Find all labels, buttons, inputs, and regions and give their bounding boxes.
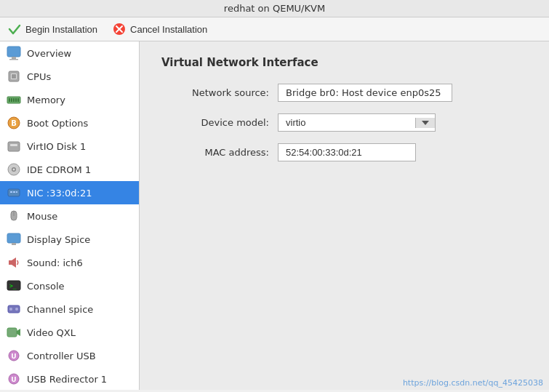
svg-rect-13 <box>15 98 17 102</box>
svg-rect-14 <box>17 98 19 102</box>
toolbar: Begin Installation Cancel Installation <box>0 17 549 41</box>
sidebar-item-display-spice[interactable]: Display Spice <box>0 228 139 251</box>
content-title: Virtual Network Interface <box>161 56 527 69</box>
svg-rect-17 <box>8 142 20 151</box>
svg-rect-36 <box>7 328 17 337</box>
svg-rect-28 <box>7 233 20 243</box>
sidebar-label-console: Console <box>27 281 65 292</box>
network-source-row: Network source: Bridge br0: Host device … <box>161 84 527 102</box>
content-area: Virtual Network Interface Network source… <box>140 41 549 390</box>
svg-point-35 <box>15 308 18 311</box>
svg-text:U: U <box>11 353 16 360</box>
mac-address-label: MAC address: <box>161 147 278 158</box>
video-icon <box>6 324 22 340</box>
cancel-icon <box>112 22 127 36</box>
sidebar-item-controller-usb[interactable]: UController USB <box>0 344 139 367</box>
cdrom-icon <box>6 161 22 177</box>
sidebar-label-mouse: Mouse <box>27 211 57 222</box>
sound-icon <box>6 255 22 271</box>
svg-text:B: B <box>11 119 17 127</box>
device-model-dropdown[interactable] <box>278 113 436 132</box>
sidebar-item-boot-options[interactable]: BBoot Options <box>0 111 139 135</box>
begin-install-label: Begin Installation <box>25 24 97 35</box>
svg-rect-11 <box>11 98 12 102</box>
watermark: https://blog.csdn.net/qq_45425038 <box>403 378 543 388</box>
svg-rect-10 <box>9 98 10 102</box>
svg-rect-24 <box>13 191 15 193</box>
console-icon: >_ <box>6 278 22 294</box>
sidebar-item-ide-cdrom[interactable]: IDE CDROM 1 <box>0 158 139 181</box>
begin-installation-button[interactable]: Begin Installation <box>7 22 97 36</box>
svg-rect-3 <box>7 47 20 57</box>
cancel-installation-button[interactable]: Cancel Installation <box>112 22 207 36</box>
usb-icon: U <box>6 348 22 364</box>
sidebar-item-virtio-disk[interactable]: VirtIO Disk 1 <box>0 135 139 158</box>
sidebar-item-mouse[interactable]: Mouse <box>0 204 139 228</box>
usb-icon: U <box>6 371 22 387</box>
sidebar-label-video-qxl: Video QXL <box>27 327 76 338</box>
device-model-label: Device model: <box>161 117 278 128</box>
boot-icon: B <box>6 115 22 131</box>
sidebar: OverviewCPUsMemoryBBoot OptionsVirtIO Di… <box>0 41 140 390</box>
title-bar: redhat on QEMU/KVM <box>0 0 549 17</box>
mac-address-input[interactable] <box>278 143 416 161</box>
svg-text:U: U <box>11 376 16 383</box>
svg-rect-4 <box>12 57 16 59</box>
sidebar-label-nic: NIC :33:0d:21 <box>27 188 92 199</box>
svg-rect-5 <box>9 59 18 60</box>
device-model-row: Device model: <box>161 113 527 132</box>
sidebar-label-memory: Memory <box>27 95 65 105</box>
sidebar-item-memory[interactable]: Memory <box>0 88 139 111</box>
nic-icon <box>6 185 22 201</box>
svg-rect-8 <box>12 74 16 79</box>
network-source-value: Bridge br0: Host device enp0s25 <box>278 84 452 102</box>
disk-icon <box>6 138 22 154</box>
svg-text:>_: >_ <box>9 283 17 289</box>
cancel-install-label: Cancel Installation <box>130 24 207 35</box>
sidebar-item-usb-redirector-1[interactable]: UUSB Redirector 1 <box>0 367 139 390</box>
cpu-icon <box>6 68 22 84</box>
sidebar-item-nic[interactable]: NIC :33:0d:21 <box>0 181 139 204</box>
sidebar-label-usb-redirector-1: USB Redirector 1 <box>27 374 107 385</box>
sidebar-label-controller-usb: Controller USB <box>27 351 96 361</box>
svg-rect-18 <box>10 144 17 146</box>
svg-point-21 <box>13 169 15 171</box>
svg-point-34 <box>9 308 12 311</box>
sidebar-label-cpus: CPUs <box>27 71 51 82</box>
sidebar-label-overview: Overview <box>27 48 71 59</box>
sidebar-label-sound: Sound: ich6 <box>27 257 83 268</box>
display-icon <box>6 231 22 247</box>
svg-rect-12 <box>13 98 15 102</box>
svg-rect-29 <box>12 243 16 245</box>
overview-icon <box>6 45 22 61</box>
sidebar-label-virtio-disk: VirtIO Disk 1 <box>27 141 86 152</box>
memory-icon <box>6 92 22 108</box>
sidebar-item-console[interactable]: >_Console <box>0 274 139 297</box>
sidebar-item-channel-spice[interactable]: Channel spice <box>0 297 139 321</box>
channel-icon <box>6 301 22 317</box>
svg-marker-37 <box>17 329 20 336</box>
main-content: OverviewCPUsMemoryBBoot OptionsVirtIO Di… <box>0 41 549 390</box>
svg-rect-25 <box>16 191 17 193</box>
sidebar-item-sound[interactable]: Sound: ich6 <box>0 251 139 274</box>
chevron-down-icon <box>422 121 429 125</box>
sidebar-label-display-spice: Display Spice <box>27 234 90 245</box>
mac-address-row: MAC address: <box>161 143 527 161</box>
sidebar-item-video-qxl[interactable]: Video QXL <box>0 321 139 344</box>
window-title: redhat on QEMU/KVM <box>224 3 325 14</box>
device-model-arrow-button[interactable] <box>415 118 435 128</box>
checkmark-icon <box>7 22 22 36</box>
device-model-input[interactable] <box>278 114 415 131</box>
svg-rect-23 <box>10 191 12 193</box>
sidebar-label-channel-spice: Channel spice <box>27 304 93 315</box>
sidebar-item-overview[interactable]: Overview <box>0 41 139 65</box>
sidebar-item-cpus[interactable]: CPUs <box>0 65 139 88</box>
sidebar-label-ide-cdrom: IDE CDROM 1 <box>27 164 91 175</box>
sidebar-label-boot-options: Boot Options <box>27 118 88 129</box>
svg-marker-30 <box>9 257 16 268</box>
mouse-icon <box>6 208 22 224</box>
network-source-label: Network source: <box>161 87 278 98</box>
